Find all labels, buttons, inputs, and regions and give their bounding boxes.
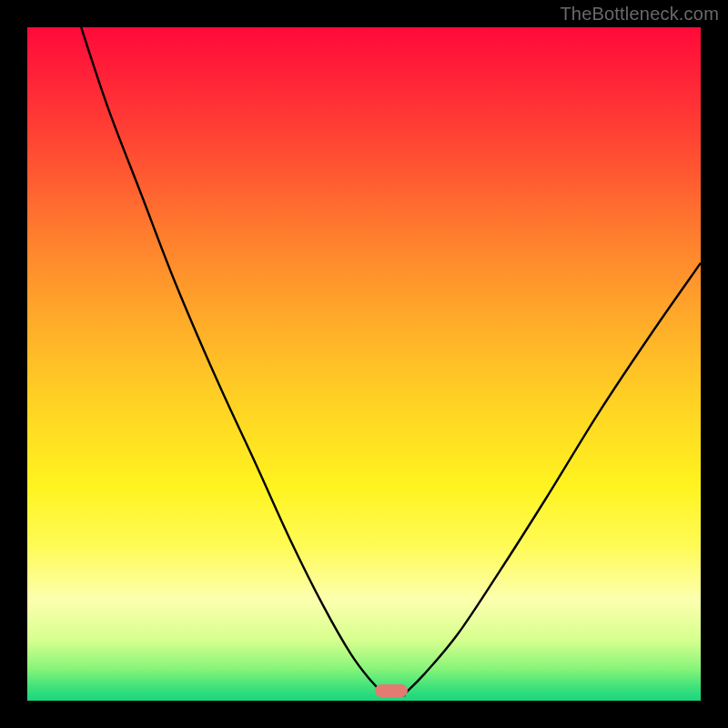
watermark-text: TheBottleneck.com [560,4,719,25]
chart-frame: TheBottleneck.com [0,0,728,728]
plot-area [27,27,701,701]
optimal-marker [375,684,408,697]
bottleneck-curve [27,27,701,701]
curve-path [81,27,701,695]
